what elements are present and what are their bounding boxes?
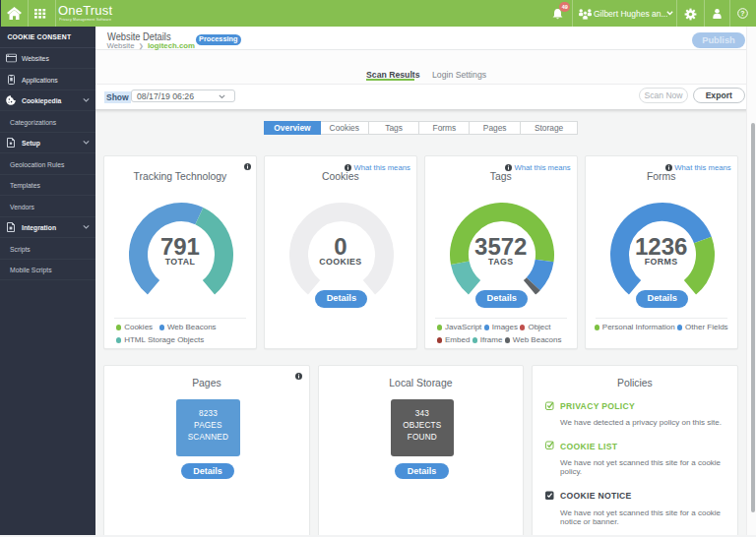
- svg-text:?: ?: [740, 10, 744, 17]
